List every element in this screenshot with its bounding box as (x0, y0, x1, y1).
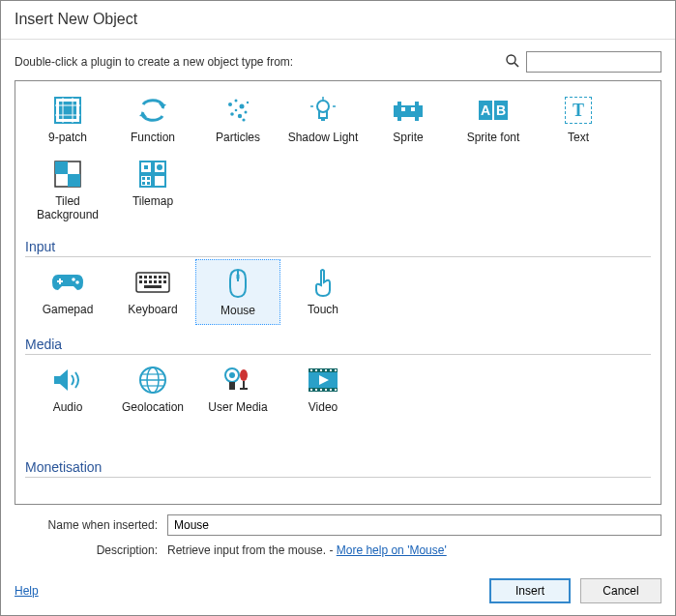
svg-rect-59 (163, 280, 166, 283)
item-touch[interactable]: Touch (280, 259, 366, 325)
item-mouse[interactable]: Mouse (195, 259, 280, 325)
svg-rect-85 (315, 389, 317, 391)
search-input[interactable] (526, 51, 661, 73)
item-audio[interactable]: Audio (25, 357, 110, 421)
item-particles[interactable]: Particles (195, 87, 280, 151)
svg-point-45 (72, 279, 75, 282)
touch-icon (306, 265, 340, 300)
tiledbg-icon (50, 157, 85, 191)
section-general-grid: 9-patch Function Particles (25, 87, 651, 227)
shadowlight-icon (306, 93, 340, 128)
description-link[interactable]: More help on 'Mouse' (337, 543, 447, 557)
svg-point-11 (235, 100, 238, 103)
svg-rect-76 (309, 368, 338, 372)
item-label: Gamepad (43, 304, 94, 317)
item-text[interactable]: T Text (536, 87, 621, 151)
item-sprite[interactable]: Sprite (366, 87, 451, 151)
svg-point-15 (238, 114, 242, 118)
svg-rect-42 (154, 175, 165, 187)
name-input[interactable] (167, 514, 661, 536)
svg-rect-89 (335, 389, 337, 391)
svg-rect-24 (401, 107, 405, 111)
svg-rect-49 (144, 276, 147, 279)
tilemap-icon (135, 157, 170, 191)
particles-icon (220, 93, 255, 128)
item-label: User Media (208, 401, 267, 415)
svg-rect-86 (320, 389, 322, 391)
section-media-grid: Audio Geolocation User Media (25, 357, 651, 421)
usermedia-icon (220, 363, 255, 397)
svg-point-70 (229, 372, 235, 378)
mouse-icon (220, 266, 255, 301)
item-label: Particles (216, 132, 260, 145)
item-label: Function (131, 132, 175, 145)
description-text: Retrieve input from the mouse. - More he… (167, 543, 447, 557)
svg-rect-34 (144, 165, 148, 169)
dialog-footer: Help Insert Cancel (1, 567, 675, 615)
plugin-list[interactable]: 9-patch Function Particles (15, 80, 661, 505)
dialog-title: Insert New Object (1, 1, 675, 40)
item-tiledbg[interactable]: Tiled Background (25, 151, 110, 228)
svg-point-10 (228, 103, 232, 106)
item-geolocation[interactable]: Geolocation (110, 357, 195, 421)
svg-rect-55 (144, 280, 147, 283)
dialog-content: Double-click a plugin to create a new ob… (1, 40, 675, 567)
svg-point-12 (240, 104, 245, 109)
help-link[interactable]: Help (15, 584, 39, 598)
item-tilemap[interactable]: Tilemap (110, 151, 195, 228)
item-function[interactable]: Function (110, 87, 195, 151)
svg-rect-83 (335, 369, 337, 371)
item-label: Audio (53, 401, 83, 415)
description-prefix: Retrieve input from the mouse. - (167, 543, 337, 557)
svg-rect-41 (147, 182, 150, 185)
svg-text:A: A (481, 103, 490, 118)
svg-rect-37 (140, 175, 152, 187)
item-label: 9-patch (48, 132, 87, 145)
item-label: Keyboard (128, 304, 177, 317)
svg-point-13 (247, 102, 249, 103)
svg-rect-51 (154, 276, 157, 279)
sprite-icon (391, 93, 426, 128)
item-video[interactable]: Video (280, 357, 366, 421)
keyboard-icon (135, 265, 170, 300)
item-label: Sprite (393, 132, 423, 145)
svg-point-14 (230, 112, 234, 116)
svg-point-18 (242, 118, 245, 121)
spritefont-icon: AB (476, 93, 511, 128)
svg-rect-39 (147, 177, 150, 180)
svg-marker-8 (159, 103, 166, 108)
video-icon (306, 363, 340, 397)
svg-rect-25 (411, 107, 415, 111)
top-row: Double-click a plugin to create a new ob… (15, 51, 661, 73)
svg-rect-71 (229, 382, 235, 390)
section-input-title: Input (25, 239, 651, 257)
cancel-button[interactable]: Cancel (580, 578, 661, 603)
svg-point-36 (157, 164, 162, 170)
svg-rect-87 (325, 389, 327, 391)
svg-rect-77 (309, 388, 338, 392)
hint-text: Double-click a plugin to create a new ob… (15, 55, 505, 69)
svg-rect-88 (330, 389, 332, 391)
svg-rect-32 (68, 174, 80, 187)
item-usermedia[interactable]: User Media (195, 357, 280, 421)
item-9patch[interactable]: 9-patch (25, 87, 110, 151)
svg-rect-48 (139, 276, 142, 279)
item-keyboard[interactable]: Keyboard (110, 259, 195, 325)
svg-rect-38 (142, 177, 145, 180)
svg-marker-63 (54, 369, 68, 391)
svg-rect-58 (159, 280, 162, 283)
svg-rect-79 (315, 369, 317, 371)
item-gamepad[interactable]: Gamepad (25, 259, 110, 325)
item-spritefont[interactable]: AB Sprite font (451, 87, 536, 151)
item-label: Sprite font (467, 132, 520, 145)
insert-button[interactable]: Insert (489, 578, 571, 603)
item-shadowlight[interactable]: Shadow Light (280, 87, 366, 151)
svg-rect-80 (320, 369, 322, 371)
9patch-icon (50, 93, 85, 128)
svg-rect-3 (59, 102, 76, 119)
search-icon (505, 53, 520, 72)
item-label: Text (568, 132, 589, 145)
section-monetisation-title: Monetisation (25, 459, 651, 478)
svg-point-17 (235, 109, 238, 112)
svg-rect-82 (330, 369, 332, 371)
